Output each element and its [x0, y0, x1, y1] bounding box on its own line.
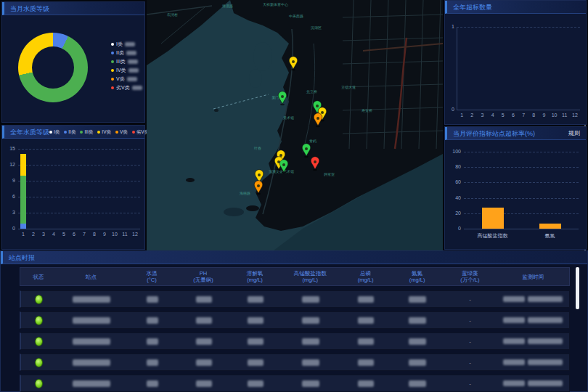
- table-cell: [340, 380, 392, 387]
- legend-item[interactable]: II类: [111, 49, 142, 57]
- gridline: [457, 27, 580, 28]
- rate-bar[interactable]: [539, 224, 561, 229]
- table-row[interactable]: -: [20, 290, 570, 308]
- status-indicator: [35, 295, 43, 304]
- legend-item[interactable]: 劣V类: [111, 83, 142, 92]
- column-header[interactable]: 状态: [20, 274, 57, 280]
- map-place-label: 海梧路: [240, 191, 250, 196]
- table-cell: [57, 317, 127, 324]
- column-header[interactable]: 水温(°C): [126, 270, 178, 283]
- redacted-date: [503, 296, 525, 302]
- y-tick: 6: [5, 194, 15, 199]
- legend-item[interactable]: III类: [80, 126, 93, 139]
- redacted-station-name: [73, 317, 110, 324]
- map-place-label: 青屿: [309, 139, 317, 143]
- x-tick: 6: [508, 113, 518, 118]
- legend-item[interactable]: III类: [111, 57, 142, 66]
- legend-item[interactable]: II类: [64, 126, 75, 139]
- redacted-date: [503, 380, 525, 386]
- table-cell: -: [443, 338, 497, 345]
- redacted-time: [528, 338, 563, 344]
- column-header[interactable]: 氨氮(mg/L): [391, 270, 443, 283]
- redacted-value: [358, 296, 374, 303]
- map-canvas[interactable]: 石浔村渔港路天祥新体育中心中美西路滨湖区厦门大学北立桥立信大道寿安桥美术馆叶春青…: [147, 0, 443, 250]
- column-unit: (mg/L): [340, 277, 391, 283]
- table-row[interactable]: -: [20, 354, 570, 371]
- rate-bar[interactable]: [482, 208, 504, 229]
- legend-item-label: IV类: [116, 67, 126, 74]
- redacted-value: [302, 359, 319, 366]
- legend-item[interactable]: V类: [111, 75, 142, 83]
- redacted-value: [358, 317, 374, 324]
- column-header[interactable]: 监测时间: [497, 274, 569, 280]
- table-cell: [497, 380, 569, 386]
- legend-item[interactable]: I类: [49, 126, 60, 139]
- y-tick: 40: [446, 195, 461, 200]
- redacted-value: [196, 296, 212, 303]
- redacted-value: [302, 380, 319, 387]
- map-place-label: 顶澳文化艺术馆: [269, 169, 294, 174]
- column-header[interactable]: 高锰酸盐指数(mg/L): [280, 270, 340, 283]
- legend-item-label: II类: [68, 126, 75, 139]
- legend-dot: [111, 69, 114, 72]
- stacked-bar-segment[interactable]: [20, 154, 26, 175]
- pin-dot: [292, 60, 295, 63]
- column-header[interactable]: 蓝绿藻(万个/L): [443, 270, 497, 283]
- x-tick: 8: [528, 113, 539, 118]
- column-header[interactable]: 站点: [57, 274, 126, 280]
- table-cell: [126, 317, 178, 324]
- column-name: 溶解氧: [229, 270, 280, 277]
- legend-item[interactable]: IV类: [111, 66, 142, 75]
- map-island: [214, 109, 219, 112]
- map[interactable]: 石浔村渔港路天祥新体育中心中美西路滨湖区厦门大学北立桥立信大道寿安桥美术馆叶春青…: [147, 0, 443, 250]
- legend-item[interactable]: V类: [115, 126, 128, 139]
- algae-value: -: [469, 380, 471, 387]
- table-scrollbar-thumb[interactable]: [576, 267, 579, 309]
- gridline: [18, 213, 140, 213]
- redacted-value: [409, 296, 426, 303]
- x-tick: 氨氮: [521, 232, 579, 240]
- x-axis: [18, 229, 140, 229]
- legend-item-label: III类: [116, 58, 126, 65]
- column-header[interactable]: 总磷(mg/L): [340, 270, 391, 283]
- table-cell: [497, 338, 569, 344]
- legend-item[interactable]: IV类: [97, 126, 111, 139]
- redacted-value: [128, 68, 139, 73]
- x-tick: 7: [518, 113, 528, 118]
- column-header[interactable]: 溶解氧(mg/L): [229, 270, 280, 283]
- table-cell: -: [443, 380, 497, 387]
- column-name: 状态: [20, 274, 57, 280]
- panel-annual-exceed-header: 全年超标数量: [445, 1, 586, 14]
- map-place-label: 薛家室: [324, 172, 335, 176]
- table-row[interactable]: -: [20, 311, 570, 329]
- status-indicator: [35, 358, 43, 367]
- column-name: 高锰酸盐指数: [280, 270, 340, 277]
- stacked-bar-segment[interactable]: [20, 176, 26, 224]
- pin-dot: [305, 147, 308, 150]
- x-tick: 9: [99, 232, 110, 237]
- legend-item[interactable]: I类: [111, 40, 142, 49]
- table-row[interactable]: -: [20, 332, 570, 350]
- table-cell: [229, 338, 281, 345]
- table-cell: [340, 296, 392, 303]
- y-axis: [457, 27, 457, 110]
- x-tick: 3: [477, 113, 487, 118]
- table-cell: [281, 338, 340, 345]
- table-row[interactable]: -: [20, 375, 570, 392]
- stacked-bar-segment[interactable]: [20, 224, 26, 229]
- gridline: [464, 167, 579, 168]
- column-header[interactable]: PH(无量纲): [178, 270, 229, 283]
- column-name: 水温: [126, 270, 178, 277]
- gridline: [18, 165, 140, 166]
- redacted-value: [248, 380, 264, 387]
- table-cell: [126, 359, 178, 366]
- panel-station-table: 站点时报 状态站点水温(°C)PH(无量纲)溶解氧(mg/L)高锰酸盐指数(mg…: [0, 250, 588, 392]
- table-cell: [126, 380, 178, 387]
- column-name: 蓝绿藻: [443, 270, 497, 277]
- gridline: [464, 182, 579, 183]
- rules-link[interactable]: 规则: [568, 127, 580, 140]
- map-harbour: [249, 69, 262, 88]
- table-cell: [497, 359, 569, 365]
- pin-dot: [316, 105, 319, 107]
- y-tick: 1: [447, 24, 454, 29]
